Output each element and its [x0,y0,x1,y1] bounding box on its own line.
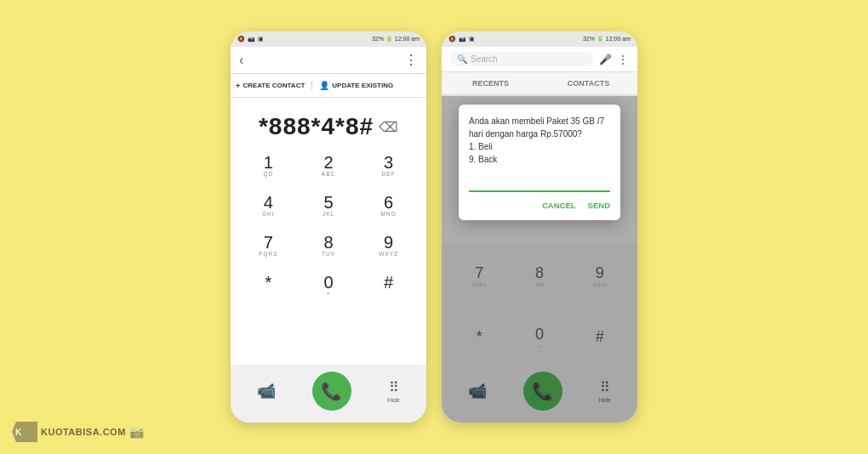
call-button[interactable]: 📞 [312,372,351,411]
hide-label: Hide [387,397,399,403]
dial-key-5[interactable]: 5 JKL [300,187,358,225]
phone-icon: 📞 [321,381,342,401]
dial-key-0[interactable]: 0 + [300,267,358,305]
dial-key-4-num: 4 [264,194,273,211]
backspace-button[interactable]: ⌫ [379,119,398,135]
wifi-icon-1: ▣ [258,36,264,43]
dial-key-0-letters: + [327,291,331,298]
camera-icon-2: 📷 [459,36,466,43]
dial-key-1[interactable]: 1 QD [239,147,298,185]
update-existing-label: UPDATE EXISTING [332,82,393,89]
dial-key-3-num: 3 [384,154,393,171]
battery-1: 32% 🔋 12:00 am [372,36,420,43]
dial-key-6[interactable]: 6 MNO [359,187,418,225]
dial-key-3-letters: DEF [382,171,396,179]
update-existing-button[interactable]: 👤 UPDATE EXISTING [319,81,393,90]
dial-display: *888*4*8# ⌫ 1 QD 2 ABC 3 DEF [231,98,426,365]
dial-key-4[interactable]: 4 GHI [239,187,298,225]
search-bar: 🔍 Search 🎤 ⋮ [442,47,637,72]
send-button[interactable]: SEND [588,201,610,210]
dialog-actions: CANCEL SEND [469,201,610,210]
search-menu-button[interactable]: ⋮ [617,53,629,66]
search-placeholder: Search [471,54,498,64]
cancel-button[interactable]: CANCEL [542,201,576,210]
video-call-button[interactable]: 📹 [257,382,276,400]
hide-button[interactable]: ⠿ Hide [387,379,399,403]
camera-icon-1: 📷 [248,36,255,43]
dial-key-3[interactable]: 3 DEF [359,147,418,185]
watermark-text: KUOTABISA.COM [41,427,126,437]
wifi-icon-2: ▣ [469,36,475,43]
dialog-box: Anda akan membeli Paket 35 GB /7hari den… [459,105,620,220]
dial-key-2-letters: ABC [322,171,335,179]
dial-key-9-num: 9 [384,234,393,251]
dial-key-6-letters: MNO [381,211,397,218]
status-left-1: 🔕 📷 ▣ [237,36,264,43]
phone2-body: 7 PQRS 8 TUV 9 WXYZ * [442,96,637,423]
dial-number-row: *888*4*8# ⌫ [231,98,426,147]
status-bar-2: 🔕 📷 ▣ 32% 🔋 12:00 am [442,31,637,47]
phone-1: 🔕 📷 ▣ 32% 🔋 12:00 am ‹ ⋮ + CREATE CONTAC… [231,31,426,423]
dial-key-star-num: * [265,274,271,291]
battery-2: 32% 🔋 12:00 am [583,36,631,43]
dial-key-8[interactable]: 8 TUV [300,227,358,265]
back-button[interactable]: ‹ [239,53,243,68]
dial-key-9[interactable]: 9 WXYZ [359,227,418,265]
dial-key-5-num: 5 [323,194,333,211]
svg-text:K: K [15,428,22,437]
create-contact-button[interactable]: + CREATE CONTACT [236,82,312,90]
person-icon: 👤 [319,81,329,90]
phone1-bottom: 📹 📞 ⠿ Hide [231,365,426,423]
signal-icon-2: 🔕 [448,36,456,43]
signal-icon-1: 🔕 [237,36,245,43]
watermark-logo-icon: K [12,422,37,442]
menu-button[interactable]: ⋮ [404,52,418,68]
status-right-2: 32% 🔋 12:00 am [583,36,631,43]
apps-icon: ⠿ [389,379,399,395]
phone-2: 🔕 📷 ▣ 32% 🔋 12:00 am 🔍 Search 🎤 ⋮ [442,31,637,423]
search-input-area[interactable]: 🔍 Search [450,52,594,66]
dialog-message: Anda akan membeli Paket 35 GB /7hari den… [469,115,610,166]
contact-bar: + CREATE CONTACT 👤 UPDATE EXISTING [231,74,426,98]
plus-icon: + [236,82,240,90]
dial-key-8-num: 8 [323,234,333,251]
search-icon: 🔍 [457,54,467,64]
dial-key-7-letters: PQRS [259,251,277,258]
dial-key-1-letters: QD [263,171,273,179]
dial-key-hash[interactable]: # [359,267,418,305]
create-contact-label: CREATE CONTACT [243,82,305,89]
tab-recents[interactable]: RECENTS [442,72,540,94]
dial-key-star[interactable]: * [239,267,298,305]
watermark: K KUOTABISA.COM 📷 [12,422,144,442]
mic-icon[interactable]: 🎤 [599,54,612,65]
status-left-2: 🔕 📷 ▣ [448,36,475,43]
dial-key-9-letters: WXYZ [379,251,398,258]
dialog-overlay: Anda akan membeli Paket 35 GB /7hari den… [442,96,637,423]
status-bar-1: 🔕 📷 ▣ 32% 🔋 12:00 am [231,31,426,47]
phone1-toolbar: ‹ ⋮ [231,47,426,74]
dial-number: *888*4*8# [259,113,374,140]
dial-key-0-num: 0 [323,274,333,291]
dial-key-hash-num: # [384,274,393,291]
dial-key-7-num: 7 [264,234,273,251]
dial-key-1-num: 1 [264,154,273,171]
dial-key-2[interactable]: 2 ABC [300,147,358,185]
dial-key-7[interactable]: 7 PQRS [239,227,298,265]
dial-key-2-num: 2 [323,154,333,171]
dialog-input[interactable] [469,175,610,192]
dialpad-1: 1 QD 2 ABC 3 DEF 4 GHI [231,147,426,305]
tab-contacts[interactable]: CONTACTS [540,72,637,94]
dial-key-8-letters: TUV [322,251,335,258]
status-right-1: 32% 🔋 12:00 am [372,36,420,43]
dial-key-4-letters: GHI [262,211,275,218]
video-icon: 📹 [257,382,276,400]
dial-key-6-num: 6 [384,194,393,211]
watermark-camera-icon: 📷 [129,425,144,439]
tabs-bar: RECENTS CONTACTS [442,72,637,96]
dial-key-5-letters: JKL [323,211,334,218]
